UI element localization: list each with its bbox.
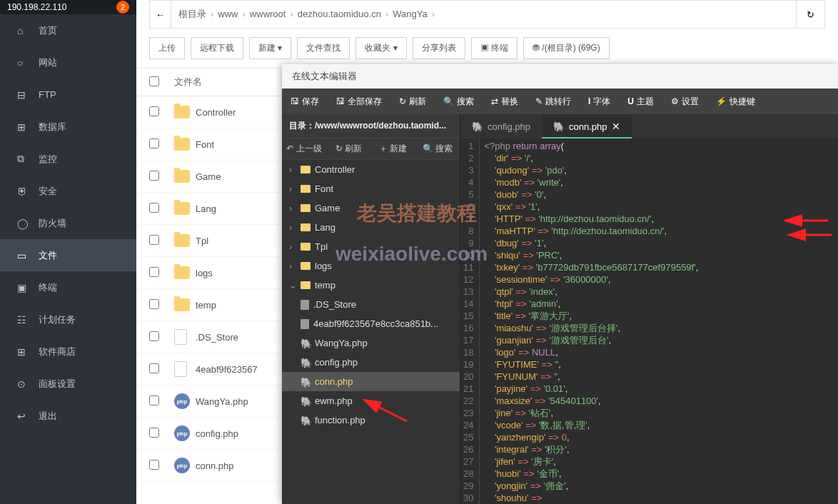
row-checkbox[interactable] [149, 428, 159, 438]
tree-item[interactable]: ›Game [282, 198, 460, 218]
row-checkbox[interactable] [149, 331, 159, 341]
sidebar-item-ftp[interactable]: ⊟FTP [0, 79, 136, 111]
breadcrumb-sep: › [243, 9, 246, 19]
file-search-button[interactable]: 文件查找 [297, 37, 350, 59]
tree-item[interactable]: ›Lang [282, 218, 460, 237]
settings-button[interactable]: ⚙ 设置 [662, 89, 707, 114]
editor-tab[interactable]: 🐘config.php [460, 114, 542, 138]
breadcrumb-seg[interactable]: www [218, 9, 238, 19]
row-checkbox[interactable] [149, 171, 159, 181]
files-icon: ▭ [17, 250, 29, 261]
tree-item[interactable]: ›Controller [282, 160, 460, 179]
sidebar-item-panel[interactable]: ⊙面板设置 [0, 368, 136, 400]
row-checkbox[interactable] [149, 203, 159, 213]
sidebar-item-soft[interactable]: ⊞软件商店 [0, 336, 136, 368]
tree-item[interactable]: ⌄temp [282, 276, 460, 295]
code-line: 'yongjin' => '佣金', [484, 480, 834, 492]
code-line: <?php return array( [484, 140, 834, 152]
sidebar-item-label: 计划任务 [39, 313, 76, 326]
php-icon: 🐘 [301, 338, 311, 348]
row-checkbox[interactable] [149, 460, 159, 470]
breadcrumb-seg[interactable]: WangYa [393, 9, 427, 19]
tree-item[interactable]: 🐘WangYa.php [282, 333, 460, 353]
save-button[interactable]: 🖫 保存 [282, 89, 328, 114]
tree-item[interactable]: 4eabf9f623567e8cc3ca851b... [282, 314, 460, 333]
tree-item-name: Lang [315, 222, 335, 233]
tree-search-button[interactable]: 🔍 搜索 [415, 138, 460, 159]
row-checkbox[interactable] [149, 106, 159, 116]
shortcut-button[interactable]: ⚡ 快捷键 [707, 89, 764, 114]
refresh-button[interactable]: ↻ [796, 1, 824, 28]
row-checkbox[interactable] [149, 395, 159, 405]
font-button[interactable]: I 字体 [580, 89, 619, 114]
file-name: 4eabf9f623567 [196, 364, 258, 375]
php-icon: php [174, 458, 190, 473]
select-all-checkbox[interactable] [149, 76, 159, 86]
tree-item[interactable]: 🐘conn.php [282, 372, 460, 391]
code-line: 'jine' => '钻石', [484, 407, 834, 419]
tree-item[interactable]: ›logs [282, 256, 460, 276]
breadcrumb-seg[interactable]: wwwroot [250, 9, 286, 19]
sidebar-item-files[interactable]: ▭文件 [0, 239, 136, 271]
new-button[interactable]: 新建 ▾ [249, 37, 291, 59]
save-all-button[interactable]: 🖫 全部保存 [328, 89, 390, 114]
sidebar-item-logout[interactable]: ↩退出 [0, 400, 136, 432]
sidebar-item-site[interactable]: ○网站 [0, 46, 136, 79]
editor-refresh-button[interactable]: ↻ 刷新 [390, 89, 435, 114]
tree-item[interactable]: ›Tpl [282, 237, 460, 256]
close-icon[interactable]: ✕ [612, 121, 620, 132]
tree-item-name: WangYa.php [315, 338, 368, 348]
tree-item[interactable]: 🐘function.php [282, 410, 460, 430]
disk-button[interactable]: ⛃ /(根目录) (69G) [523, 37, 610, 59]
sidebar-item-security[interactable]: ⛨安全 [0, 175, 136, 207]
breadcrumb-seg[interactable]: dezhou.taomiduo.cn [298, 9, 381, 19]
row-checkbox[interactable] [149, 235, 159, 245]
sidebar-item-db[interactable]: ⊞数据库 [0, 111, 136, 143]
row-checkbox[interactable] [149, 267, 159, 277]
sidebar-item-firewall[interactable]: ◯防火墙 [0, 207, 136, 239]
sidebar-item-monitor[interactable]: ⧉监控 [0, 143, 136, 175]
sidebar-item-home[interactable]: ⌂首页 [0, 14, 136, 46]
sidebar-item-cron[interactable]: ☷计划任务 [0, 303, 136, 336]
row-checkbox[interactable] [149, 299, 159, 309]
code-line: 'modb' => 'write', [484, 176, 834, 188]
replace-button[interactable]: ⇄ 替换 [483, 89, 527, 114]
code-line: 'HTTP' => 'http://dezhou.taomiduo.cn/', [484, 213, 834, 225]
goto-line-button[interactable]: ✎ 跳转行 [527, 89, 580, 114]
tree-up-button[interactable]: ↶ 上一级 [282, 138, 326, 159]
row-checkbox[interactable] [149, 138, 159, 148]
notification-badge[interactable]: 2 [116, 1, 129, 14]
tree-item-name: ewm.php [315, 395, 353, 406]
upload-button[interactable]: 上传 [149, 37, 185, 59]
tree-item-name: temp [315, 280, 335, 291]
code-view[interactable]: 1234567891011121314151617181920212223242… [460, 138, 838, 504]
sidebar-item-terminal[interactable]: ▣终端 [0, 271, 136, 303]
editor-tab[interactable]: 🐘conn.php✕ [542, 114, 632, 138]
editor-toolbar: 🖫 保存 🖫 全部保存 ↻ 刷新 🔍 搜索 ⇄ 替换 ✎ 跳转行 I 字体 U … [282, 89, 838, 114]
breadcrumb-seg[interactable]: 根目录 [178, 9, 206, 19]
tree-new-button[interactable]: ＋ 新建 [371, 138, 415, 159]
sidebar-item-label: 文件 [39, 249, 57, 262]
remote-download-button[interactable]: 远程下载 [191, 37, 243, 59]
theme-button[interactable]: U 主题 [619, 89, 662, 114]
tree-item[interactable]: ›Font [282, 179, 460, 198]
col-name[interactable]: 文件名 [174, 76, 202, 89]
folder-icon [301, 281, 311, 289]
breadcrumb-sep: › [385, 9, 388, 19]
back-button[interactable]: ← [150, 1, 171, 28]
share-list-button[interactable]: 分享列表 [413, 37, 465, 59]
code-line: 'integral' => '积分', [484, 443, 834, 455]
tree-item[interactable]: 🐘ewm.php [282, 391, 460, 410]
php-icon: 🐘 [301, 377, 311, 387]
tree-refresh-button[interactable]: ↻ 刷新 [326, 138, 370, 159]
folder-icon [301, 243, 311, 251]
tree-item[interactable]: .DS_Store [282, 295, 460, 314]
code-line: 'duob' => '0', [484, 188, 834, 201]
tree-item[interactable]: 🐘config.php [282, 353, 460, 372]
terminal-button[interactable]: ▣ 终端 [471, 37, 518, 59]
favorites-button[interactable]: 收藏夹 ▾ [355, 37, 406, 59]
row-checkbox[interactable] [149, 363, 159, 373]
folder-icon [301, 262, 311, 270]
editor-search-button[interactable]: 🔍 搜索 [435, 89, 483, 114]
file-name: WangYa.php [196, 396, 248, 407]
